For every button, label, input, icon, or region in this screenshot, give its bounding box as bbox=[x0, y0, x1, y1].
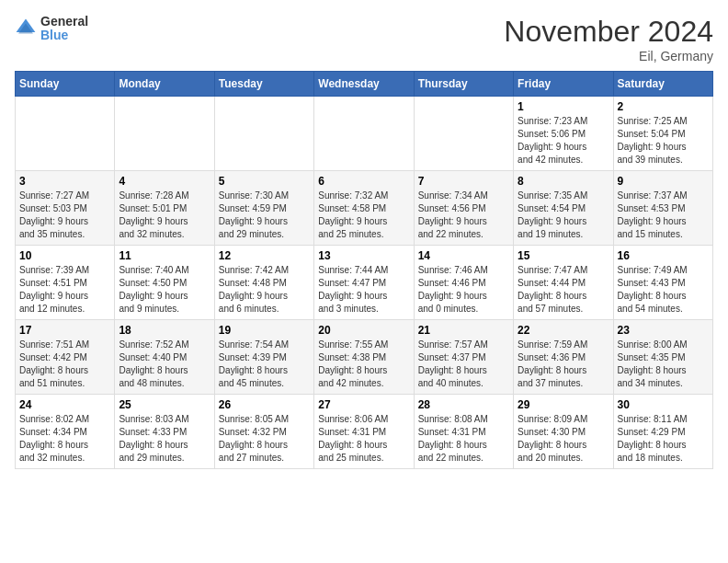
day-number: 10 bbox=[19, 249, 110, 262]
day-number: 25 bbox=[119, 398, 210, 411]
day-number: 21 bbox=[418, 324, 509, 337]
day-number: 18 bbox=[119, 324, 210, 337]
day-number: 17 bbox=[19, 324, 110, 337]
day-number: 27 bbox=[318, 398, 409, 411]
day-number: 4 bbox=[119, 175, 210, 188]
day-number: 28 bbox=[418, 398, 509, 411]
day-info: Sunrise: 8:09 AM Sunset: 4:30 PM Dayligh… bbox=[518, 413, 609, 465]
logo-text: General Blue bbox=[40, 15, 88, 43]
day-info: Sunrise: 7:49 AM Sunset: 4:43 PM Dayligh… bbox=[618, 264, 709, 316]
day-number: 26 bbox=[219, 398, 310, 411]
day-cell bbox=[314, 97, 414, 171]
day-info: Sunrise: 7:59 AM Sunset: 4:36 PM Dayligh… bbox=[518, 339, 609, 390]
week-row-1: 1Sunrise: 7:23 AM Sunset: 5:06 PM Daylig… bbox=[16, 97, 713, 171]
day-number: 13 bbox=[318, 249, 409, 262]
weekday-header-sunday: Sunday bbox=[16, 72, 115, 97]
day-info: Sunrise: 7:44 AM Sunset: 4:47 PM Dayligh… bbox=[318, 264, 409, 316]
day-cell: 16Sunrise: 7:49 AM Sunset: 4:43 PM Dayli… bbox=[613, 246, 712, 320]
logo-icon bbox=[15, 17, 37, 40]
day-cell: 8Sunrise: 7:35 AM Sunset: 4:54 PM Daylig… bbox=[514, 171, 613, 246]
day-cell: 11Sunrise: 7:40 AM Sunset: 4:50 PM Dayli… bbox=[115, 246, 214, 320]
day-cell: 30Sunrise: 8:11 AM Sunset: 4:29 PM Dayli… bbox=[613, 395, 712, 469]
location: Eil, Germany bbox=[504, 49, 713, 63]
weekday-header-monday: Monday bbox=[115, 72, 214, 97]
day-number: 20 bbox=[318, 324, 409, 337]
day-info: Sunrise: 7:30 AM Sunset: 4:59 PM Dayligh… bbox=[219, 190, 310, 241]
day-cell: 4Sunrise: 7:28 AM Sunset: 5:01 PM Daylig… bbox=[115, 171, 214, 246]
day-cell: 24Sunrise: 8:02 AM Sunset: 4:34 PM Dayli… bbox=[16, 395, 115, 469]
day-info: Sunrise: 8:02 AM Sunset: 4:34 PM Dayligh… bbox=[19, 413, 110, 465]
day-number: 6 bbox=[318, 175, 409, 188]
day-cell: 22Sunrise: 7:59 AM Sunset: 4:36 PM Dayli… bbox=[514, 320, 613, 395]
day-cell: 7Sunrise: 7:34 AM Sunset: 4:56 PM Daylig… bbox=[414, 171, 513, 246]
weekday-header-wednesday: Wednesday bbox=[314, 72, 414, 97]
day-cell: 28Sunrise: 8:08 AM Sunset: 4:31 PM Dayli… bbox=[414, 395, 513, 469]
day-cell: 14Sunrise: 7:46 AM Sunset: 4:46 PM Dayli… bbox=[414, 246, 513, 320]
day-info: Sunrise: 7:51 AM Sunset: 4:42 PM Dayligh… bbox=[19, 339, 110, 390]
day-info: Sunrise: 7:40 AM Sunset: 4:50 PM Dayligh… bbox=[119, 264, 210, 316]
day-cell: 19Sunrise: 7:54 AM Sunset: 4:39 PM Dayli… bbox=[214, 320, 313, 395]
day-info: Sunrise: 7:35 AM Sunset: 4:54 PM Dayligh… bbox=[518, 190, 609, 241]
day-cell: 29Sunrise: 8:09 AM Sunset: 4:30 PM Dayli… bbox=[514, 395, 613, 469]
day-number: 9 bbox=[618, 175, 709, 188]
day-number: 3 bbox=[19, 175, 110, 188]
day-number: 14 bbox=[418, 249, 509, 262]
logo-blue-text: Blue bbox=[40, 29, 88, 42]
day-cell: 25Sunrise: 8:03 AM Sunset: 4:33 PM Dayli… bbox=[115, 395, 214, 469]
logo-general-text: General bbox=[40, 15, 88, 29]
day-number: 12 bbox=[219, 249, 310, 262]
day-info: Sunrise: 7:39 AM Sunset: 4:51 PM Dayligh… bbox=[19, 264, 110, 316]
day-info: Sunrise: 8:03 AM Sunset: 4:33 PM Dayligh… bbox=[119, 413, 210, 465]
day-info: Sunrise: 8:08 AM Sunset: 4:31 PM Dayligh… bbox=[418, 413, 509, 465]
day-number: 5 bbox=[219, 175, 310, 188]
day-cell: 2Sunrise: 7:25 AM Sunset: 5:04 PM Daylig… bbox=[613, 97, 712, 171]
day-number: 11 bbox=[119, 249, 210, 262]
day-number: 16 bbox=[618, 249, 709, 262]
day-info: Sunrise: 8:00 AM Sunset: 4:35 PM Dayligh… bbox=[618, 339, 709, 390]
day-number: 7 bbox=[418, 175, 509, 188]
day-cell bbox=[16, 97, 115, 171]
day-info: Sunrise: 8:05 AM Sunset: 4:32 PM Dayligh… bbox=[219, 413, 310, 465]
day-info: Sunrise: 7:27 AM Sunset: 5:03 PM Dayligh… bbox=[19, 190, 110, 241]
day-info: Sunrise: 7:34 AM Sunset: 4:56 PM Dayligh… bbox=[418, 190, 509, 241]
day-info: Sunrise: 8:11 AM Sunset: 4:29 PM Dayligh… bbox=[618, 413, 709, 465]
day-cell: 15Sunrise: 7:47 AM Sunset: 4:44 PM Dayli… bbox=[514, 246, 613, 320]
day-info: Sunrise: 7:28 AM Sunset: 5:01 PM Dayligh… bbox=[119, 190, 210, 241]
day-info: Sunrise: 7:23 AM Sunset: 5:06 PM Dayligh… bbox=[518, 115, 609, 167]
day-info: Sunrise: 7:46 AM Sunset: 4:46 PM Dayligh… bbox=[418, 264, 509, 316]
day-number: 23 bbox=[618, 324, 709, 337]
weekday-header-thursday: Thursday bbox=[414, 72, 513, 97]
day-number: 19 bbox=[219, 324, 310, 337]
day-info: Sunrise: 7:47 AM Sunset: 4:44 PM Dayligh… bbox=[518, 264, 609, 316]
day-cell: 18Sunrise: 7:52 AM Sunset: 4:40 PM Dayli… bbox=[115, 320, 214, 395]
day-cell: 20Sunrise: 7:55 AM Sunset: 4:38 PM Dayli… bbox=[314, 320, 414, 395]
weekday-header-tuesday: Tuesday bbox=[214, 72, 313, 97]
week-row-2: 3Sunrise: 7:27 AM Sunset: 5:03 PM Daylig… bbox=[16, 171, 713, 246]
day-info: Sunrise: 7:25 AM Sunset: 5:04 PM Dayligh… bbox=[618, 115, 709, 167]
page-header: General Blue November 2024 Eil, Germany bbox=[15, 15, 713, 63]
day-cell: 17Sunrise: 7:51 AM Sunset: 4:42 PM Dayli… bbox=[16, 320, 115, 395]
day-number: 29 bbox=[518, 398, 609, 411]
day-cell bbox=[115, 97, 214, 171]
day-number: 1 bbox=[518, 100, 609, 113]
month-title: November 2024 bbox=[504, 15, 713, 49]
logo: General Blue bbox=[15, 15, 88, 43]
weekday-header-friday: Friday bbox=[514, 72, 613, 97]
title-block: November 2024 Eil, Germany bbox=[504, 15, 713, 63]
day-info: Sunrise: 8:06 AM Sunset: 4:31 PM Dayligh… bbox=[318, 413, 409, 465]
day-info: Sunrise: 7:57 AM Sunset: 4:37 PM Dayligh… bbox=[418, 339, 509, 390]
day-info: Sunrise: 7:32 AM Sunset: 4:58 PM Dayligh… bbox=[318, 190, 409, 241]
day-info: Sunrise: 7:55 AM Sunset: 4:38 PM Dayligh… bbox=[318, 339, 409, 390]
day-info: Sunrise: 7:54 AM Sunset: 4:39 PM Dayligh… bbox=[219, 339, 310, 390]
week-row-5: 24Sunrise: 8:02 AM Sunset: 4:34 PM Dayli… bbox=[16, 395, 713, 469]
day-number: 8 bbox=[518, 175, 609, 188]
day-info: Sunrise: 7:52 AM Sunset: 4:40 PM Dayligh… bbox=[119, 339, 210, 390]
day-cell: 10Sunrise: 7:39 AM Sunset: 4:51 PM Dayli… bbox=[16, 246, 115, 320]
day-cell: 13Sunrise: 7:44 AM Sunset: 4:47 PM Dayli… bbox=[314, 246, 414, 320]
day-cell: 12Sunrise: 7:42 AM Sunset: 4:48 PM Dayli… bbox=[214, 246, 313, 320]
day-cell: 9Sunrise: 7:37 AM Sunset: 4:53 PM Daylig… bbox=[613, 171, 712, 246]
day-cell: 1Sunrise: 7:23 AM Sunset: 5:06 PM Daylig… bbox=[514, 97, 613, 171]
day-number: 2 bbox=[618, 100, 709, 113]
day-cell: 5Sunrise: 7:30 AM Sunset: 4:59 PM Daylig… bbox=[214, 171, 313, 246]
day-info: Sunrise: 7:42 AM Sunset: 4:48 PM Dayligh… bbox=[219, 264, 310, 316]
